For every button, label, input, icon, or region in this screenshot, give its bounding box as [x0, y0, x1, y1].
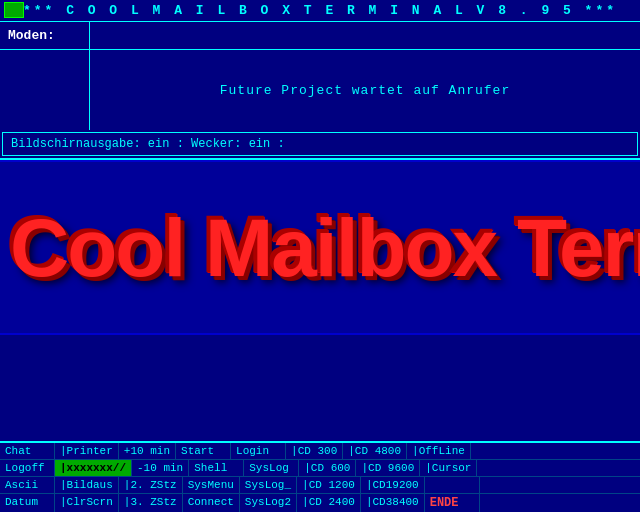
menu-cell-login[interactable]: Login [231, 443, 286, 459]
menu-cell-sysmenu[interactable]: SysMenu [183, 477, 240, 493]
title-bar: *** C O O L M A I L B O X T E R M I N A … [0, 0, 640, 22]
logo-text: Cool Mailbox Terminal [10, 207, 640, 289]
menu-cell-offline[interactable]: |OffLine [407, 443, 471, 459]
menu-cell-minus10[interactable]: -10 min [132, 460, 189, 476]
menu-cell-cd600[interactable]: |CD 600 [299, 460, 356, 476]
menu-cell-bildaus[interactable]: |Bildaus [55, 477, 119, 493]
menu-cell-cursor[interactable]: |Cursor [420, 460, 477, 476]
menu-cell-2zstz[interactable]: |2. ZStz [119, 477, 183, 493]
menu-cell-empty [425, 477, 480, 493]
menu-cell-syslog[interactable]: SysLog [244, 460, 299, 476]
menu-cell-cd4800[interactable]: |CD 4800 [343, 443, 407, 459]
menu-row-0: Chat |Printer +10 min Start Login |CD 30… [0, 443, 640, 460]
status-bar: Bildschirnausgabe: ein : Wecker: ein : [2, 132, 638, 156]
menu-cell-syslog2[interactable]: SysLog_ [240, 477, 297, 493]
logo-area: Cool Mailbox Terminal [0, 160, 640, 335]
mode-content [90, 22, 640, 49]
menu-cell-plus10[interactable]: +10 min [119, 443, 176, 459]
menu-cell-highlight[interactable]: |xxxxxxx// [55, 460, 132, 476]
menu-cell-syslog3[interactable]: SysLog2 [240, 494, 297, 512]
corner-box-icon [4, 2, 24, 18]
menu-cell-shell[interactable]: Shell [189, 460, 244, 476]
menu-cell-datum[interactable]: Datum [0, 494, 55, 512]
menu-cell-3zstz[interactable]: |3. ZStz [119, 494, 183, 512]
mode-left-box [0, 50, 90, 130]
menu-cell-cd1200[interactable]: |CD 1200 [297, 477, 361, 493]
menu-cell-cd9600[interactable]: |CD 9600 [356, 460, 420, 476]
menu-cell-cd2400[interactable]: |CD 2400 [297, 494, 361, 512]
menu-cell-cd38400[interactable]: |CD38400 [361, 494, 425, 512]
bottom-menu: Chat |Printer +10 min Start Login |CD 30… [0, 441, 640, 512]
menu-cell-printer[interactable]: |Printer [55, 443, 119, 459]
menu-cell-ascii[interactable]: Ascii [0, 477, 55, 493]
menu-row-1: Logoff |xxxxxxx// -10 min Shell SysLog |… [0, 460, 640, 477]
menu-cell-connect[interactable]: Connect [183, 494, 240, 512]
menu-cell-cd300[interactable]: |CD 300 [286, 443, 343, 459]
top-section: Moden: Future Project wartet auf Anrufer… [0, 22, 640, 160]
mode-label: Moden: [0, 22, 90, 49]
menu-row-3: Datum |ClrScrn |3. ZStz Connect SysLog2 … [0, 494, 640, 512]
main-message: Future Project wartet auf Anrufer [90, 50, 640, 130]
menu-cell-clrscrn[interactable]: |ClrScrn [55, 494, 119, 512]
menu-cell-logoff[interactable]: Logoff [0, 460, 55, 476]
menu-cell-chat[interactable]: Chat [0, 443, 55, 459]
title-text: *** C O O L M A I L B O X T E R M I N A … [23, 3, 617, 18]
menu-cell-cd19200[interactable]: |CD19200 [361, 477, 425, 493]
message-area: Future Project wartet auf Anrufer [0, 50, 640, 130]
menu-row-2: Ascii |Bildaus |2. ZStz SysMenu SysLog_ … [0, 477, 640, 494]
mode-row: Moden: [0, 22, 640, 50]
menu-cell-ende[interactable]: ENDE [425, 494, 480, 512]
menu-cell-start[interactable]: Start [176, 443, 231, 459]
